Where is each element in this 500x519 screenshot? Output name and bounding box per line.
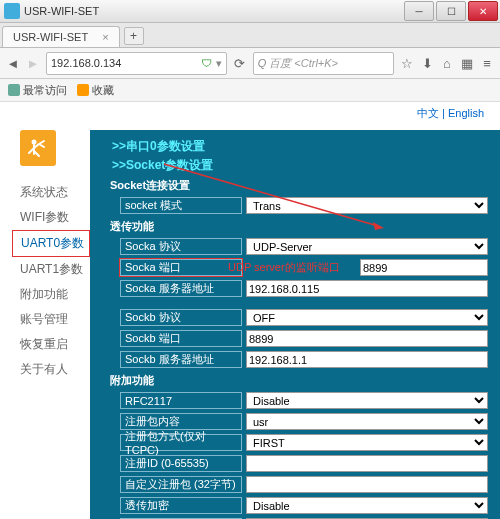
- label-sockb-port: Sockb 端口: [120, 330, 242, 347]
- nav-back-icon[interactable]: ◄: [6, 56, 20, 70]
- label-sockb-proto: Sockb 协议: [120, 309, 242, 326]
- label-sockb-addr: Sockb 服务器地址: [120, 351, 242, 368]
- row-rfc2117: RFC2117 Disable: [120, 391, 488, 410]
- section-extra: 附加功能: [110, 373, 488, 388]
- label-reg-method: 注册包方式(仅对TCPC): [120, 434, 242, 451]
- search-box[interactable]: Q百度 <Ctrl+K>: [253, 52, 394, 75]
- select-rfc2117[interactable]: Disable: [246, 392, 488, 409]
- browser-tabbar: USR-WIFI-SET× +: [0, 23, 500, 48]
- sidebar-item-system-status[interactable]: 系统状态: [12, 180, 90, 205]
- browser-navbar: ◄ ► 192.168.0.134🛡▾ ⟳ Q百度 <Ctrl+K> ☆ ⬇ ⌂…: [0, 48, 500, 79]
- app-icon: [4, 3, 20, 19]
- label-socka-port: Socka 端口: [120, 259, 242, 276]
- sidebar-menu: 系统状态 WIFI参数 UART0参数 UART1参数 附加功能 账号管理 恢复…: [12, 180, 90, 382]
- label-reg-content: 注册包内容: [120, 413, 242, 430]
- select-sockb-proto[interactable]: OFF: [246, 309, 488, 326]
- input-sockb-port[interactable]: [246, 330, 488, 347]
- callout-text: UDP server的监听端口: [228, 260, 340, 275]
- lang-en[interactable]: English: [448, 107, 484, 119]
- window-title: USR-WIFI-SET: [24, 5, 404, 17]
- search-placeholder: 百度 <Ctrl+K>: [269, 56, 338, 71]
- header-socket: >>Socket参数设置: [112, 157, 488, 174]
- row-sockb-addr: Sockb 服务器地址: [120, 350, 488, 369]
- row-reg-custom: 自定义注册包 (32字节): [120, 475, 488, 494]
- new-tab-button[interactable]: +: [124, 27, 144, 45]
- search-icon: Q: [258, 57, 267, 69]
- tab-label: USR-WIFI-SET: [13, 31, 88, 43]
- select-socket-mode[interactable]: Trans: [246, 197, 488, 214]
- sidebar-item-uart1-params[interactable]: UART1参数: [12, 257, 90, 282]
- input-socka-addr[interactable]: [246, 280, 488, 297]
- reload-icon[interactable]: ⟳: [233, 56, 247, 70]
- input-socka-port[interactable]: [360, 259, 488, 276]
- sidebar-item-wifi-params[interactable]: WIFI参数: [12, 205, 90, 230]
- bookmarks-bar: 最常访问 收藏: [0, 79, 500, 102]
- window-close-button[interactable]: ✕: [468, 1, 498, 21]
- header-uart0: >>串口0参数设置: [112, 138, 488, 155]
- url-text: 192.168.0.134: [51, 57, 121, 69]
- row-socket-mode: socket 模式 Trans: [120, 196, 488, 215]
- sidebar-item-restore[interactable]: 恢复重启: [12, 332, 90, 357]
- lang-zh[interactable]: 中文: [417, 107, 439, 119]
- label-socka-addr: Socka 服务器地址: [120, 280, 242, 297]
- bookmark-favorites[interactable]: 收藏: [77, 83, 114, 98]
- config-panel: >>串口0参数设置 >>Socket参数设置 Socket连接设置 socket…: [90, 130, 500, 519]
- label-encrypt: 透传加密: [120, 497, 242, 514]
- sidebar-item-extra[interactable]: 附加功能: [12, 282, 90, 307]
- row-sockb-port: Sockb 端口: [120, 329, 488, 348]
- select-reg-content[interactable]: usr: [246, 413, 488, 430]
- bookmark-icon: [77, 84, 89, 96]
- input-sockb-addr[interactable]: [246, 351, 488, 368]
- select-reg-method[interactable]: FIRST: [246, 434, 488, 451]
- sidebar-item-about[interactable]: 关于有人: [12, 357, 90, 382]
- window-minimize-button[interactable]: ─: [404, 1, 434, 21]
- input-reg-custom[interactable]: [246, 476, 488, 493]
- section-socket-conn: Socket连接设置: [110, 178, 488, 193]
- nav-forward-icon[interactable]: ►: [26, 56, 40, 70]
- row-socka-addr: Socka 服务器地址: [120, 279, 488, 298]
- row-socka-port: Socka 端口 UDP server的监听端口: [120, 258, 488, 277]
- sidebar: 系统状态 WIFI参数 UART0参数 UART1参数 附加功能 账号管理 恢复…: [12, 130, 90, 519]
- svg-point-0: [32, 140, 37, 145]
- bookmark-star-icon[interactable]: ☆: [400, 56, 414, 70]
- menu-icon[interactable]: ≡: [480, 56, 494, 70]
- label-socka-proto: Socka 协议: [120, 238, 242, 255]
- shield-icon: 🛡: [201, 57, 212, 69]
- tab-close-icon[interactable]: ×: [102, 31, 108, 43]
- input-reg-id[interactable]: [246, 455, 488, 472]
- label-reg-id: 注册ID (0-65535): [120, 455, 242, 472]
- row-reg-id: 注册ID (0-65535): [120, 454, 488, 473]
- label-rfc2117: RFC2117: [120, 392, 242, 409]
- select-socka-proto[interactable]: UDP-Server: [246, 238, 488, 255]
- row-sockb-proto: Sockb 协议 OFF: [120, 308, 488, 327]
- home-icon[interactable]: ⌂: [440, 56, 454, 70]
- brand-logo: [20, 130, 56, 166]
- row-encrypt: 透传加密 Disable: [120, 496, 488, 515]
- language-switcher: 中文 | English: [417, 106, 484, 121]
- tile-icon[interactable]: ▦: [460, 56, 474, 70]
- select-encrypt[interactable]: Disable: [246, 497, 488, 514]
- bookmark-icon: [8, 84, 20, 96]
- sidebar-item-account[interactable]: 账号管理: [12, 307, 90, 332]
- chevron-down-icon[interactable]: ▾: [216, 57, 222, 70]
- window-titlebar: USR-WIFI-SET ─ ☐ ✕: [0, 0, 500, 23]
- label-socket-mode: socket 模式: [120, 197, 242, 214]
- row-socka-proto: Socka 协议 UDP-Server: [120, 237, 488, 256]
- address-bar[interactable]: 192.168.0.134🛡▾: [46, 52, 227, 75]
- sidebar-item-uart0-params[interactable]: UART0参数: [12, 230, 90, 257]
- row-reg-method: 注册包方式(仅对TCPC) FIRST: [120, 433, 488, 452]
- browser-tab[interactable]: USR-WIFI-SET×: [2, 26, 120, 47]
- label-reg-custom: 自定义注册包 (32字节): [120, 476, 242, 493]
- window-maximize-button[interactable]: ☐: [436, 1, 466, 21]
- section-trans: 透传功能: [110, 219, 488, 234]
- bookmark-most-visited[interactable]: 最常访问: [8, 83, 67, 98]
- downloads-icon[interactable]: ⬇: [420, 56, 434, 70]
- page-content: 中文 | English 系统状态 WIFI参数 UART0参数 UART1参数…: [0, 102, 500, 519]
